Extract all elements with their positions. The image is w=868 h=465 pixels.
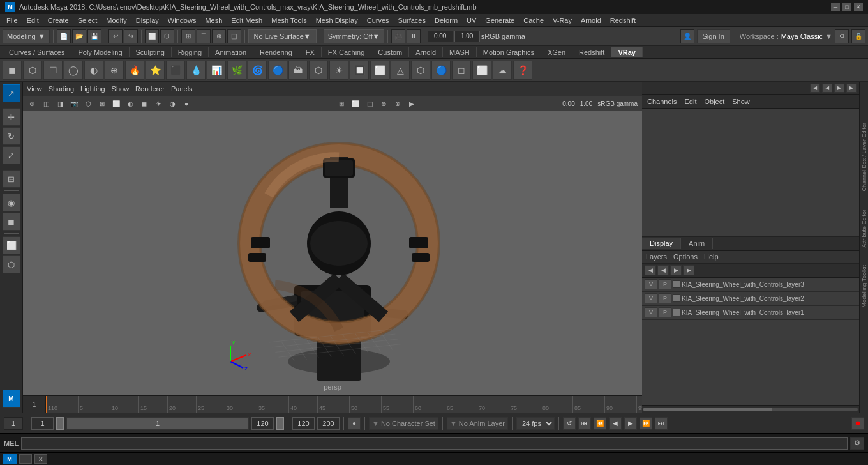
shelf-tab-fx[interactable]: FX <box>299 47 322 57</box>
current-frame-field[interactable]: 1 <box>4 417 23 430</box>
range-end-input[interactable] <box>251 417 274 430</box>
display-tab[interactable]: Display <box>642 238 681 249</box>
menu-item-cache[interactable]: Cache <box>520 15 548 26</box>
close-button[interactable]: ✕ <box>854 3 863 11</box>
shading-menu[interactable]: Shading <box>49 85 74 93</box>
mel-input[interactable] <box>21 437 848 450</box>
show-menu[interactable]: Show <box>112 85 130 93</box>
lasso-btn[interactable]: ⬡ <box>160 29 174 43</box>
select-tool[interactable]: ↗ <box>3 84 20 102</box>
play-fwd-btn[interactable]: ▶ <box>624 417 637 430</box>
select-btn[interactable]: ⬜ <box>145 29 159 43</box>
playhead[interactable] <box>46 396 47 413</box>
vp-tex-btn[interactable]: ◼ <box>138 98 151 109</box>
renderer-menu[interactable]: Renderer <box>135 85 165 93</box>
shelf-icon-8[interactable]: ⭐ <box>146 61 165 80</box>
anim-end-input[interactable] <box>292 417 315 430</box>
modeling-dropdown[interactable]: Modeling ▼ <box>3 29 50 43</box>
open-file-btn[interactable]: 📂 <box>72 29 86 43</box>
vp-resolution-btn[interactable]: ⊞ <box>335 98 348 109</box>
modelling-toolkit-edge-label[interactable]: Modelling Toolkit <box>861 263 867 310</box>
anim-tab[interactable]: Anim <box>681 238 713 249</box>
taskbar-maya-btn[interactable]: M <box>3 454 17 464</box>
back-to-start-btn[interactable]: ⏮ <box>578 417 591 430</box>
anim-max-input[interactable] <box>317 417 340 430</box>
vp-iso-btn[interactable]: ⊗ <box>391 98 404 109</box>
vp-shadow-btn[interactable]: ◑ <box>166 98 179 109</box>
vp-select-btn[interactable]: ⊙ <box>26 98 38 109</box>
minimize-button[interactable]: ─ <box>831 3 840 11</box>
shelf-tab-animation[interactable]: Animation <box>209 47 253 57</box>
view-menu[interactable]: View <box>27 85 42 93</box>
snap-point-btn[interactable]: ⊕ <box>212 29 226 43</box>
vp-lights-btn[interactable]: ☀ <box>152 98 165 109</box>
shelf-icon-11[interactable]: 📊 <box>207 61 226 80</box>
range-end-thumb[interactable] <box>276 417 284 430</box>
menu-item-mesh-display[interactable]: Mesh Display <box>312 15 362 26</box>
shelf-icon-2[interactable]: ⬡ <box>23 61 42 80</box>
shelf-icon-10[interactable]: 💧 <box>186 61 206 80</box>
rotate-tool[interactable]: ↻ <box>3 127 20 145</box>
shelf-tab-vray[interactable]: VRay <box>611 47 643 57</box>
vp-grid-btn[interactable]: ⊞ <box>96 98 108 109</box>
taskbar-min-btn[interactable]: _ <box>19 454 32 464</box>
shelf-icon-13[interactable]: 🌀 <box>248 61 267 80</box>
profile-btn[interactable]: 👤 <box>680 29 694 43</box>
redo-btn[interactable]: ↪ <box>124 29 138 43</box>
rp-expand-btn[interactable]: ▶ <box>834 84 844 93</box>
vp-shading1-btn[interactable]: ◫ <box>40 98 52 109</box>
shelf-icon-7[interactable]: 🔥 <box>125 61 144 80</box>
shelf-icon-25[interactable]: ☁ <box>493 61 512 80</box>
render-btn[interactable]: 🎥 <box>391 29 405 43</box>
menu-item-generate[interactable]: Generate <box>481 15 518 26</box>
snap-curve-btn[interactable]: ⌒ <box>197 29 211 43</box>
loop-btn[interactable]: ↺ <box>563 417 576 430</box>
shelf-icon-4[interactable]: ◯ <box>64 61 83 80</box>
go-to-end-btn[interactable]: ⏭ <box>655 417 668 430</box>
menu-item-redshift[interactable]: Redshift <box>606 15 640 26</box>
panels-menu[interactable]: Panels <box>171 85 193 93</box>
vp-safe-btn[interactable]: ◫ <box>363 98 376 109</box>
shelf-icon-6[interactable]: ⊕ <box>105 61 124 80</box>
shelf-tab-sculpting[interactable]: Sculpting <box>130 47 172 57</box>
vp-cam-btn[interactable]: 📷 <box>68 98 80 109</box>
menu-item-edit-mesh[interactable]: Edit Mesh <box>227 15 266 26</box>
shelf-tab-redshift[interactable]: Redshift <box>572 47 611 57</box>
rp-settings-btn[interactable]: ▶ <box>846 84 857 93</box>
shelf-icon-20[interactable]: △ <box>391 61 410 80</box>
character-set-dropdown[interactable]: ▼ No Character Set <box>369 417 438 430</box>
vp-ao-btn[interactable]: ● <box>180 98 193 109</box>
layer2-vis-btn[interactable]: V <box>645 293 657 303</box>
menu-item-v-ray[interactable]: V-Ray <box>549 15 576 26</box>
vp-smooth-btn[interactable]: ◐ <box>124 98 137 109</box>
shelf-tab-motion-graphics[interactable]: Motion Graphics <box>477 47 541 57</box>
vp-obj-btn[interactable]: ⬡ <box>82 98 94 109</box>
shelf-icon-9[interactable]: ⬛ <box>166 61 185 80</box>
sign-in-btn[interactable]: Sign In <box>697 29 730 43</box>
lasso-select-tool[interactable]: ⬡ <box>3 255 20 273</box>
vp-shading2-btn[interactable]: ◨ <box>54 98 66 109</box>
range-start-input[interactable] <box>31 417 54 430</box>
menu-item-uv[interactable]: UV <box>463 15 480 26</box>
maximize-button[interactable]: □ <box>842 3 851 11</box>
range-start-thumb[interactable] <box>56 417 64 430</box>
vp-hud-btn[interactable]: ⊕ <box>377 98 390 109</box>
shelf-icon-3[interactable]: ☐ <box>43 61 63 80</box>
layer1-playback-btn[interactable]: P <box>659 307 671 317</box>
shelf-icon-16[interactable]: ⬡ <box>309 61 328 80</box>
menu-item-file[interactable]: File <box>3 15 22 26</box>
attribute-editor-edge-label[interactable]: Attribute Editor <box>861 207 867 250</box>
viewport[interactable]: View Shading Lighting Show Renderer Pane… <box>23 82 642 395</box>
anim-layer-dropdown[interactable]: ▼ No Anim Layer <box>447 417 508 430</box>
autokey-btn[interactable]: ● <box>348 417 361 430</box>
taskbar-close-btn[interactable]: ✕ <box>34 454 47 464</box>
play-back-btn[interactable]: ◀ <box>609 417 622 430</box>
shelf-icon-5[interactable]: ◐ <box>84 61 103 80</box>
shelf-icon-23[interactable]: ◻ <box>452 61 471 80</box>
rec-btn[interactable]: ⏺ <box>851 417 864 430</box>
rp-collapse-right-btn[interactable]: ◀ <box>822 84 832 93</box>
shelf-tab-mash[interactable]: MASH <box>443 47 477 57</box>
shelf-icon-14[interactable]: 🔵 <box>268 61 287 80</box>
shelf-icon-12[interactable]: 🌿 <box>227 61 246 80</box>
shelf-icon-19[interactable]: ⬜ <box>370 61 389 80</box>
